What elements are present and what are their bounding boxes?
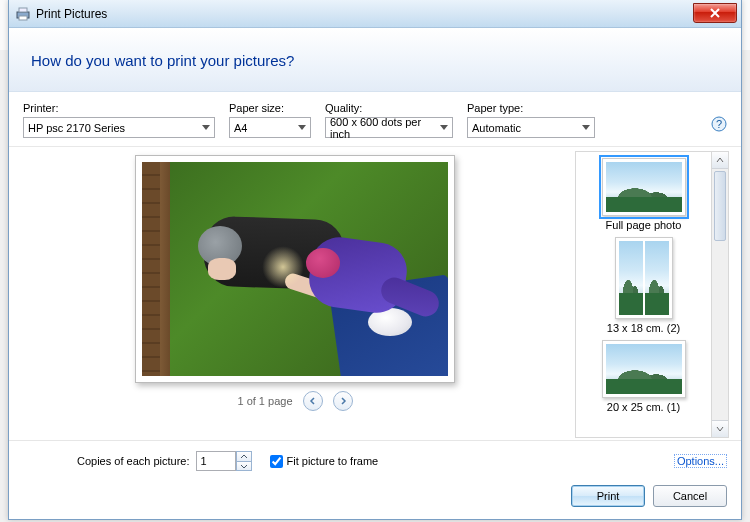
next-page-button[interactable] <box>333 391 353 411</box>
print-button[interactable]: Print <box>571 485 645 507</box>
help-icon[interactable]: ? <box>711 116 727 132</box>
cancel-button[interactable]: Cancel <box>653 485 727 507</box>
copies-down-button[interactable] <box>236 461 252 471</box>
scroll-up-button[interactable] <box>712 152 728 169</box>
printer-icon <box>15 6 31 22</box>
svg-text:?: ? <box>716 118 722 130</box>
chevron-left-icon <box>309 397 317 405</box>
layout-thumbnail <box>602 158 686 216</box>
layout-label: Full page photo <box>606 219 682 231</box>
fit-picture-checkbox[interactable] <box>270 455 283 468</box>
print-controls-row: Printer: HP psc 2170 Series Paper size: … <box>9 92 741 147</box>
layouts-list[interactable]: Full page photo13 x 18 cm. (2)20 x 25 cm… <box>575 151 712 438</box>
printer-label: Printer: <box>23 102 215 114</box>
titlebar[interactable]: Print Pictures <box>9 0 741 28</box>
layout-thumbnail <box>602 340 686 398</box>
page-heading: How do you want to print your pictures? <box>31 52 719 69</box>
paper-type-select[interactable]: Automatic <box>467 117 595 138</box>
scroll-thumb[interactable] <box>714 171 726 241</box>
paper-type-label: Paper type: <box>467 102 595 114</box>
layout-option[interactable]: 13 x 18 cm. (2) <box>580 237 707 334</box>
landscape-icon <box>619 241 643 315</box>
layout-option[interactable]: Full page photo <box>580 158 707 231</box>
header-band: How do you want to print your pictures? <box>9 28 741 92</box>
close-icon <box>709 8 721 18</box>
svg-rect-2 <box>19 16 27 20</box>
scroll-down-button[interactable] <box>712 420 728 437</box>
prev-page-button[interactable] <box>303 391 323 411</box>
copies-up-button[interactable] <box>236 451 252 461</box>
layout-thumbnail <box>615 237 673 319</box>
fit-picture-label[interactable]: Fit picture to frame <box>287 455 379 467</box>
copies-spinner[interactable] <box>196 451 252 471</box>
copies-input[interactable] <box>196 451 236 471</box>
paper-size-label: Paper size: <box>229 102 311 114</box>
quality-label: Quality: <box>325 102 453 114</box>
print-pictures-dialog: Print Pictures How do you want to print … <box>8 0 742 520</box>
photo-preview <box>142 162 448 376</box>
copies-label: Copies of each picture: <box>77 455 190 467</box>
preview-pane: 1 of 1 page <box>21 151 569 438</box>
paper-size-select-value: A4 <box>234 122 247 134</box>
landscape-icon <box>606 344 682 394</box>
svg-rect-1 <box>19 8 27 12</box>
chevron-up-icon <box>240 454 248 459</box>
options-link[interactable]: Options... <box>674 454 727 468</box>
page-count-text: 1 of 1 page <box>237 395 292 407</box>
paper-size-select[interactable]: A4 <box>229 117 311 138</box>
chevron-down-icon <box>240 464 248 469</box>
layout-label: 13 x 18 cm. (2) <box>607 322 680 334</box>
layouts-scrollbar[interactable] <box>712 151 729 438</box>
window-title: Print Pictures <box>36 7 107 21</box>
quality-select-value: 600 x 600 dots per inch <box>330 116 434 140</box>
landscape-icon <box>645 241 669 315</box>
layout-option[interactable]: 20 x 25 cm. (1) <box>580 340 707 413</box>
printer-select-value: HP psc 2170 Series <box>28 122 125 134</box>
page-preview <box>135 155 455 383</box>
scroll-track[interactable] <box>712 169 728 420</box>
printer-select[interactable]: HP psc 2170 Series <box>23 117 215 138</box>
paper-type-select-value: Automatic <box>472 122 521 134</box>
layouts-pane: Full page photo13 x 18 cm. (2)20 x 25 cm… <box>575 151 729 438</box>
chevron-up-icon <box>716 157 724 163</box>
close-button[interactable] <box>693 3 737 23</box>
chevron-down-icon <box>716 426 724 432</box>
chevron-right-icon <box>339 397 347 405</box>
quality-select[interactable]: 600 x 600 dots per inch <box>325 117 453 138</box>
layout-label: 20 x 25 cm. (1) <box>607 401 680 413</box>
landscape-icon <box>606 162 682 212</box>
